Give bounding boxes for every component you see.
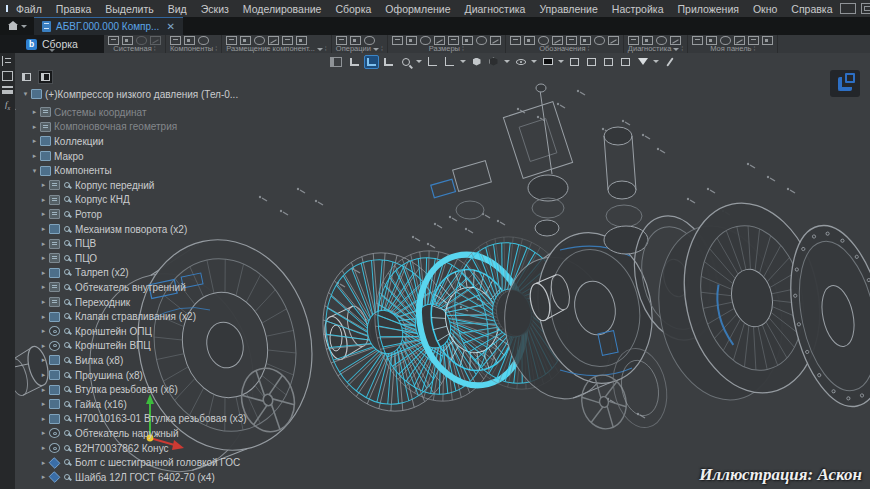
dim-height-icon[interactable] xyxy=(476,36,487,45)
menu-справка[interactable]: Справка xyxy=(784,2,839,16)
menu-правка[interactable]: Правка xyxy=(49,2,98,16)
boolean-icon[interactable] xyxy=(336,36,347,45)
menu-приложения[interactable]: Приложения xyxy=(671,2,746,16)
expand-arrow-icon[interactable]: ▸ xyxy=(40,459,47,467)
menu-выделить[interactable]: Выделить xyxy=(98,2,160,16)
home-button[interactable] xyxy=(0,17,34,35)
fx-variables-icon[interactable]: fx xyxy=(2,99,13,109)
array-icon[interactable] xyxy=(364,36,375,45)
expand-arrow-icon[interactable]: ▸ xyxy=(40,254,47,262)
marker-icon[interactable] xyxy=(580,36,591,45)
mate-coincide-icon[interactable] xyxy=(226,36,237,45)
tolerance-icon[interactable] xyxy=(552,36,563,45)
expand-arrow-icon[interactable]: ▸ xyxy=(40,473,47,481)
leader-icon[interactable] xyxy=(566,36,577,45)
tree-item[interactable]: ▸Шайба 12Л ГОСТ 6402-70 (х4) xyxy=(0,470,215,485)
tree-structure-icon[interactable] xyxy=(2,56,13,66)
chevron-down-icon[interactable] xyxy=(558,60,564,63)
zoom-icon[interactable] xyxy=(398,55,413,69)
expand-arrow-icon[interactable]: ▸ xyxy=(40,386,47,394)
tree-item[interactable]: ▸Системы координат xyxy=(0,105,147,120)
exploded-view-icon[interactable] xyxy=(567,55,582,69)
main-menu-icon[interactable] xyxy=(2,86,13,94)
rotate-view-icon[interactable] xyxy=(425,55,440,69)
center-line-icon[interactable] xyxy=(594,36,605,45)
tree-item[interactable]: ▸В2Н70037862 Конус xyxy=(0,441,169,456)
expand-arrow-icon[interactable]: ▸ xyxy=(31,137,38,145)
tree-item[interactable]: ▾(+)Компрессор низкого давления (Тел-0..… xyxy=(0,87,238,102)
custom-6-icon[interactable] xyxy=(762,36,773,45)
expand-arrow-icon[interactable]: ▸ xyxy=(40,196,47,204)
measure-distance-icon[interactable] xyxy=(628,36,639,45)
custom-5-icon[interactable] xyxy=(748,36,759,45)
tree-item[interactable]: ▸Вилка (х8) xyxy=(0,353,123,368)
open-folder-icon[interactable] xyxy=(108,36,119,45)
expand-arrow-icon[interactable]: ▸ xyxy=(40,342,47,350)
expand-arrow-icon[interactable]: ▸ xyxy=(40,313,47,321)
dim-linear-icon[interactable] xyxy=(406,36,417,45)
expand-arrow-icon[interactable]: ▸ xyxy=(40,225,47,233)
tree-item[interactable]: ▸Клапан стравливания (х2) xyxy=(0,309,196,324)
expand-arrow-icon[interactable]: ▸ xyxy=(40,240,47,248)
screenshot-icon[interactable] xyxy=(861,3,870,14)
component-percent-icon[interactable] xyxy=(198,36,209,45)
chevron-down-icon[interactable] xyxy=(531,60,537,63)
chevron-down-icon[interactable] xyxy=(373,48,379,51)
menu-окно[interactable]: Окно xyxy=(746,2,784,16)
note-icon[interactable] xyxy=(510,36,521,45)
orientation-isometry-icon[interactable] xyxy=(347,55,362,69)
redo-icon[interactable] xyxy=(150,36,161,45)
menu-оформление[interactable]: Оформление xyxy=(378,2,457,16)
menu-файл[interactable]: Файл xyxy=(9,2,49,16)
dim-angular-icon[interactable] xyxy=(448,36,459,45)
window-layout-icon[interactable] xyxy=(840,3,856,14)
menu-управление[interactable]: Управление xyxy=(532,2,604,16)
custom-1-icon[interactable] xyxy=(692,36,703,45)
document-type-selector[interactable]: b Сборка xyxy=(0,35,104,53)
display-shaded-icon[interactable] xyxy=(469,55,484,69)
expand-arrow-icon[interactable]: ▸ xyxy=(40,210,47,218)
tree-item[interactable]: ▸Втулка резьбовая (х6) xyxy=(0,382,178,397)
tree-item[interactable]: ▸Н70010163-01 Втулка резьбовая (х3) xyxy=(0,412,247,427)
split-window-icon[interactable] xyxy=(330,57,342,67)
hide-objects-icon[interactable] xyxy=(513,55,528,69)
surface-finish-icon[interactable] xyxy=(538,36,549,45)
measure-angle-icon[interactable] xyxy=(642,36,653,45)
expand-arrow-icon[interactable]: ▸ xyxy=(40,181,47,189)
tree-item[interactable]: ▸Коллекции xyxy=(0,134,104,149)
dim-chain-icon[interactable] xyxy=(490,36,501,45)
tree-item[interactable]: ▸Обтекатель внутренний xyxy=(0,280,186,295)
dim-auto-icon[interactable] xyxy=(392,36,403,45)
tree-item[interactable]: ▸Компоновочная геометрия xyxy=(0,120,177,135)
menu-моделирование[interactable]: Моделирование xyxy=(236,2,329,16)
custom-2-icon[interactable] xyxy=(706,36,717,45)
mate-tangent-icon[interactable] xyxy=(268,36,279,45)
expand-arrow-icon[interactable]: ▸ xyxy=(40,269,47,277)
custom-4-icon[interactable] xyxy=(734,36,745,45)
tree-item[interactable]: ▸Гайка (х16) xyxy=(0,397,127,412)
mate-distance-icon[interactable] xyxy=(296,36,307,45)
tree-item[interactable]: ▸Болт с шестигранной головкой ГОС xyxy=(0,455,240,470)
scene-settings-icon[interactable] xyxy=(601,55,616,69)
kompas-orientation-widget[interactable] xyxy=(830,70,860,97)
tree-item[interactable]: ▸Корпус передний xyxy=(0,178,154,193)
tree-item[interactable]: ▸Кронштейн ОПЦ xyxy=(0,324,152,339)
tree-view-toggle[interactable] xyxy=(19,70,34,84)
parameters-panel-icon[interactable] xyxy=(2,71,13,81)
clip-box-icon[interactable] xyxy=(584,55,599,69)
orientation-current-icon[interactable] xyxy=(364,55,379,69)
tree-item[interactable]: ▸Переходник xyxy=(0,295,130,310)
chevron-down-icon[interactable] xyxy=(504,60,510,63)
datum-icon[interactable] xyxy=(524,36,535,45)
expand-arrow-icon[interactable]: ▸ xyxy=(40,298,47,306)
tree-item[interactable]: ▸Механизм поворота (х2) xyxy=(0,222,187,237)
tree-item[interactable]: ▸Кронштейн ВПЦ xyxy=(0,339,151,354)
tab-close-icon[interactable]: ✕ xyxy=(166,21,174,32)
check-collision-icon[interactable] xyxy=(670,36,681,45)
menu-диагностика[interactable]: Диагностика xyxy=(458,2,533,16)
menu-настройка[interactable]: Настройка xyxy=(605,2,671,16)
tree-extra-toggle[interactable] xyxy=(38,70,53,84)
tree-item[interactable]: ▸Талреп (х2) xyxy=(0,266,129,281)
orientation-saved-icon[interactable] xyxy=(381,55,396,69)
chevron-down-icon[interactable] xyxy=(317,48,323,51)
